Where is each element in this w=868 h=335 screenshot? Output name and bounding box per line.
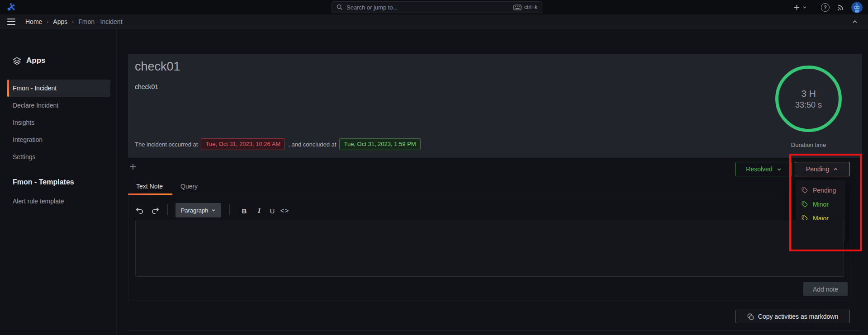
breadcrumb-separator-icon: › bbox=[72, 19, 74, 25]
copy-activities-button[interactable]: Copy activities as markdown bbox=[735, 310, 850, 323]
topnav-actions: ? bbox=[793, 0, 863, 14]
breadcrumb-bar: Home › Apps › Fmon - Incident bbox=[0, 14, 868, 29]
help-icon: ? bbox=[821, 3, 830, 12]
severity-dropdown-button[interactable]: Pending bbox=[795, 162, 849, 176]
duration-gauge: 3 H 33:50 s bbox=[775, 66, 842, 132]
paragraph-style-dropdown[interactable]: Paragraph bbox=[175, 203, 221, 217]
severity-option-label: Pending bbox=[813, 187, 836, 194]
rss-icon bbox=[836, 3, 844, 11]
concluded-infix: , and concluded at bbox=[288, 141, 336, 148]
incident-dates-line: The incident occurred at Tue, Oct 31, 20… bbox=[135, 138, 421, 150]
italic-button[interactable]: I bbox=[254, 206, 264, 216]
chevron-up-icon bbox=[833, 167, 838, 172]
global-search[interactable]: ctrl+k bbox=[332, 1, 542, 13]
chevron-down-icon bbox=[777, 167, 782, 172]
undo-button[interactable] bbox=[135, 206, 144, 215]
incident-title: check01 bbox=[135, 60, 180, 74]
user-avatar[interactable] bbox=[851, 2, 863, 13]
main-content: check01 check01 The incident occurred at… bbox=[117, 29, 868, 335]
sidebar-item-label: Insights bbox=[13, 119, 34, 126]
grafana-logo-icon[interactable] bbox=[6, 2, 16, 12]
breadcrumb: Home › Apps › Fmon - Incident bbox=[25, 18, 123, 25]
collapse-chevron-up-icon[interactable] bbox=[852, 19, 858, 25]
topnav-divider bbox=[814, 4, 814, 11]
search-icon bbox=[337, 4, 343, 10]
app-window: ctrl+k ? bbox=[0, 0, 868, 335]
keyboard-icon bbox=[513, 5, 522, 10]
sidebar: Apps Fmon - Incident Declare Incident In… bbox=[0, 29, 117, 335]
tag-icon bbox=[802, 187, 808, 193]
paragraph-label: Paragraph bbox=[181, 207, 209, 214]
sidebar-item-label: Settings bbox=[13, 153, 36, 160]
code-button[interactable]: <> bbox=[279, 206, 291, 216]
breadcrumb-current: Fmon - Incident bbox=[78, 18, 122, 25]
section-divider bbox=[128, 330, 861, 330]
duration-label: Duration time bbox=[775, 142, 842, 148]
bold-button[interactable]: B bbox=[239, 206, 249, 216]
severity-selected-label: Pending bbox=[806, 165, 829, 173]
layers-icon bbox=[13, 57, 21, 65]
copy-icon bbox=[747, 313, 754, 320]
sidebar-section-templates[interactable]: Fmon - Templates bbox=[13, 178, 74, 186]
resolved-status-button[interactable]: Resolved bbox=[735, 162, 792, 176]
add-activity-button[interactable] bbox=[129, 163, 137, 170]
occurred-time-badge: Tue, Oct 31, 2023, 10:26 AM bbox=[201, 138, 285, 150]
news-rss-button[interactable] bbox=[836, 3, 844, 11]
resolved-label: Resolved bbox=[746, 165, 772, 173]
copy-activities-label: Copy activities as markdown bbox=[758, 313, 838, 320]
tab-query[interactable]: Query bbox=[180, 183, 198, 190]
toolbar-divider bbox=[167, 204, 168, 215]
sidebar-item-settings[interactable]: Settings bbox=[7, 148, 110, 165]
search-shortcut-badge: ctrl+k bbox=[513, 4, 537, 10]
sidebar-item-insights[interactable]: Insights bbox=[7, 114, 110, 131]
sidebar-item-alert-rule-template[interactable]: Alert rule template bbox=[7, 193, 110, 210]
shortcut-label: ctrl+k bbox=[524, 4, 537, 10]
sidebar-item-integration[interactable]: Integration bbox=[7, 131, 110, 148]
plus-icon bbox=[129, 163, 137, 170]
toolbar-divider bbox=[229, 204, 230, 215]
top-navbar: ctrl+k ? bbox=[0, 0, 868, 14]
sidebar-section-title: Fmon - Templates bbox=[13, 178, 74, 186]
tab-text-note[interactable]: Text Note bbox=[136, 183, 163, 190]
incident-description: check01 bbox=[135, 83, 158, 90]
sidebar-section-title: Apps bbox=[26, 56, 46, 65]
concluded-time-badge: Tue, Oct 31, 2023, 1:59 PM bbox=[339, 138, 420, 150]
sidebar-item-fmon-incident[interactable]: Fmon - Incident bbox=[7, 80, 110, 97]
redo-button[interactable] bbox=[151, 206, 160, 215]
hamburger-menu-icon[interactable] bbox=[7, 19, 15, 25]
add-menu-button[interactable] bbox=[793, 4, 807, 11]
breadcrumb-apps[interactable]: Apps bbox=[53, 18, 67, 25]
breadcrumb-home[interactable]: Home bbox=[25, 18, 42, 25]
help-button[interactable]: ? bbox=[821, 3, 830, 12]
chevron-down-icon bbox=[802, 5, 807, 9]
sidebar-item-label: Alert rule template bbox=[13, 198, 64, 205]
occurred-prefix: The incident occurred at bbox=[135, 141, 198, 148]
sidebar-item-label: Fmon - Incident bbox=[13, 85, 57, 92]
sidebar-item-label: Declare Incident bbox=[13, 102, 58, 109]
incident-overview-card: check01 check01 The incident occurred at… bbox=[128, 54, 862, 158]
add-note-button[interactable]: Add note bbox=[803, 282, 848, 296]
sidebar-section-apps[interactable]: Apps bbox=[13, 56, 46, 65]
note-text-input[interactable] bbox=[135, 220, 844, 277]
underline-button[interactable]: U bbox=[267, 206, 277, 216]
sidebar-item-declare-incident[interactable]: Declare Incident bbox=[7, 97, 110, 114]
sidebar-item-label: Integration bbox=[13, 136, 43, 143]
duration-hours: 3 H bbox=[801, 88, 816, 99]
breadcrumb-separator-icon: › bbox=[47, 19, 48, 25]
chevron-down-icon bbox=[211, 208, 216, 212]
search-input[interactable] bbox=[346, 4, 510, 11]
duration-minsec: 33:50 s bbox=[795, 100, 822, 110]
plus-icon bbox=[793, 4, 800, 11]
